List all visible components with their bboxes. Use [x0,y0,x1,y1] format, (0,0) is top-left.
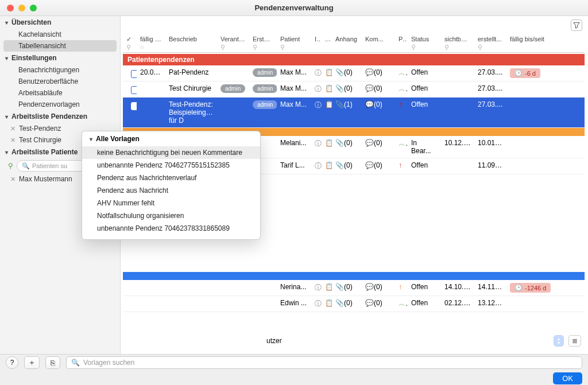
table-row[interactable]: Edwin ... ⓘ 📋 📎(0) 💬(0) ︿ Offen 02.12.19… [123,296,585,312]
list-view-button[interactable]: ≣ [568,335,581,347]
responsible-badge: admin [220,84,245,93]
sidebar-item-kachelansicht[interactable]: Kachelansicht [0,29,120,40]
clipboard-icon: 📋 [325,299,332,307]
clipboard-icon: 📋 [325,161,332,169]
clipboard-icon[interactable]: 📋 [325,68,332,76]
popup-item[interactable]: keine Benachrichtigung bei neuen Komment… [82,146,260,159]
row-checkbox[interactable] [131,102,137,110]
close-icon[interactable]: ✕ [10,176,16,183]
close-icon[interactable]: ✕ [10,137,16,144]
add-button[interactable]: ＋ [24,356,40,369]
chevron-down-icon: ▾ [88,136,94,142]
clipboard-icon[interactable]: 📋 [325,84,332,92]
chevron-down-icon: ▾ [3,20,9,26]
comment-icon: 💬 [365,84,374,92]
search-icon: 🔍 [71,359,80,367]
due-badge: 🕒-1246 d [510,283,551,293]
info-icon: ⓘ [315,283,322,291]
info-icon: ⓘ [315,300,322,308]
comment-icon: 💬 [365,283,374,291]
creator-badge: admin [253,68,277,77]
creator-badge: admin [253,84,277,93]
row-checkbox[interactable] [131,70,137,78]
chevron-down-icon: ▾ [3,114,9,120]
due-badge: 🕒-6 d [510,68,540,78]
export-button[interactable]: ⎘ [45,356,60,369]
row-checkbox[interactable] [131,86,137,94]
comment-icon: 💬 [365,139,374,147]
priority-up-icon: ↑ [399,100,402,108]
comment-icon: 💬 [365,299,374,307]
clock-icon: 🕒 [514,69,523,77]
priority-up-icon: ︿ [399,139,408,147]
stepper-control[interactable]: ▲▼ [554,335,564,347]
priority-up-icon: ↑ [399,283,402,291]
help-button[interactable]: ? [6,356,18,369]
add-patient-icon[interactable]: ⚲ [8,162,13,170]
info-icon[interactable]: ⓘ [315,101,322,109]
clipboard-icon[interactable]: 📋 [325,100,332,108]
table-row[interactable]: 20.03.... Pat-Pendenz admin Max M... ⓘ 📋… [123,65,585,81]
close-icon[interactable]: ✕ [10,125,16,133]
comment-icon: 💬 [365,100,374,108]
window-title: Pendenzenverwaltung [0,3,588,12]
sidebar-item-tabellenansicht[interactable]: Tabellenansicht [3,40,117,52]
filter-search-icon[interactable]: ⚲ [123,44,137,54]
sidebar-section-uebersichten[interactable]: ▾ Übersichten [0,16,120,29]
sidebar-item-pendenzenvorlagen[interactable]: Pendenzenvorlagen [0,99,120,110]
info-icon[interactable]: ⓘ [315,85,322,93]
search-icon: 🔍 [22,162,30,170]
creator-badge: admin [253,100,277,109]
priority-up-icon: ︿ [399,300,408,308]
popup-item[interactable]: Pendenz aus Nachricht [82,184,260,197]
popup-item[interactable]: Pendenz aus Nachrichtenverlauf [82,172,260,184]
templates-popup: ▾ Alle Vorlagen keine Benachrichtigung b… [82,131,261,240]
ok-button[interactable]: OK [553,372,582,384]
info-icon[interactable]: ⓘ [315,69,322,77]
paperclip-icon: 📎 [335,100,344,108]
paperclip-icon: 📎 [335,139,344,147]
sidebar-section-arbeitsliste-pendenzen[interactable]: ▾ Arbeitsliste Pendenzen [0,110,120,123]
clock-icon: 🕒 [514,284,523,291]
clipboard-icon: 📋 [325,139,332,147]
paperclip-icon: 📎 [335,283,344,291]
summary-text: utzer [123,337,554,345]
filter-button[interactable] [571,20,582,31]
paperclip-icon: 📎 [335,299,344,307]
filter-icon [573,22,580,29]
popup-item[interactable]: Notfallschulung organisieren [82,209,260,222]
group-header-blue[interactable] [123,272,585,280]
popup-item[interactable]: unbenannte Pendenz 70462775515152385 [82,159,260,172]
chevron-down-icon: ▾ [3,149,9,155]
template-search-input[interactable]: 🔍 Vorlagen suchen [66,356,582,369]
comment-icon: 💬 [365,68,374,76]
sidebar-item-arbeitsablaeufe[interactable]: Arbeitsabläufe [0,87,120,99]
info-icon: ⓘ [315,139,322,147]
popup-item[interactable]: AHV Nummer fehlt [82,197,260,209]
comment-icon: 💬 [365,161,374,169]
group-header-patientenpendenzen[interactable]: Patientenpendenzen [123,54,585,65]
paperclip-icon: 📎 [335,68,344,76]
chevron-down-icon: ▾ [3,55,9,61]
sidebar-section-einstellungen[interactable]: ▾ Einstellungen [0,52,120,64]
priority-up-icon: ︿ [399,85,408,93]
table-row[interactable]: Test Chirurgie admin admin Max M... ⓘ 📋 … [123,81,585,98]
column-filter-row[interactable]: ⚲ ○ ⚲ ⚲ ⚲ ⚲ ⚲ ⚲ [123,44,585,54]
info-icon: ⓘ [315,162,322,170]
paperclip-icon: 📎 [335,161,344,169]
priority-up-icon: ↑ [399,161,402,169]
table-row[interactable]: Nerina... ⓘ 📋 📎(0) 💬(0) ↑ Offen 14.10.20… [123,280,585,296]
paperclip-icon: 📎 [335,84,344,92]
popup-header[interactable]: ▾ Alle Vorlagen [82,131,260,146]
sidebar-item-benutzeroberflaeche[interactable]: Benutzeroberfläche [0,76,120,87]
sidebar-item-benachrichtigungen[interactable]: Benachrichtigungen [0,64,120,76]
popup-item[interactable]: unbenannte Pendenz 70462378331865089 [82,222,260,235]
table-row-selected[interactable]: Test-Pendenz: Beispieleingabe für D admi… [123,98,585,128]
clipboard-icon: 📋 [325,283,332,291]
priority-up-icon: ︿ [399,69,408,77]
